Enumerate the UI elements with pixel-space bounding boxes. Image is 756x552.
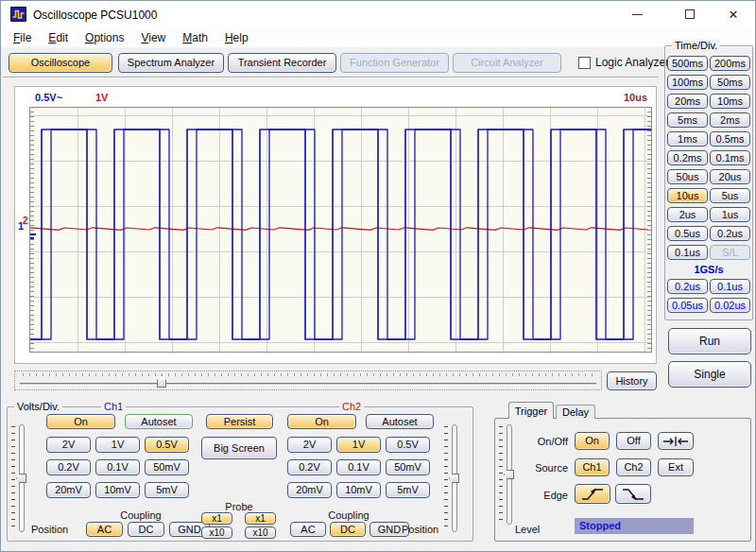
tab-transient-recorder[interactable]: Transient Recorder bbox=[228, 53, 336, 73]
ch1-volts-20mv[interactable]: 20mV bbox=[46, 482, 91, 498]
ch1-coupling-dc[interactable]: DC bbox=[128, 522, 164, 537]
menu-file[interactable]: File bbox=[5, 28, 40, 47]
ch2-coupling-ac[interactable]: AC bbox=[290, 522, 326, 537]
ch1-volts-10mv[interactable]: 10mV bbox=[95, 482, 140, 498]
tab-spectrum-analyzer[interactable]: Spectrum Analyzer bbox=[118, 53, 224, 73]
ch2-slider-thumb[interactable] bbox=[449, 474, 459, 483]
ch2-probe-x10[interactable]: x10 bbox=[245, 526, 276, 539]
ch2-volts-20mv[interactable]: 20mV bbox=[287, 482, 332, 498]
timediv-gs-0p1us[interactable]: 0.1us bbox=[710, 279, 750, 294]
tab-circuit-analyzer[interactable]: Circuit Analyzer bbox=[453, 53, 561, 73]
ch1-volts-0p2v[interactable]: 0.2V bbox=[46, 459, 91, 475]
tab-oscilloscope[interactable]: Oscilloscope bbox=[9, 53, 112, 73]
timediv-1us[interactable]: 1us bbox=[710, 207, 750, 222]
menu-view[interactable]: View bbox=[132, 28, 174, 47]
timediv-0p2ms[interactable]: 0.2ms bbox=[667, 150, 708, 165]
ch1-probe-x10[interactable]: x10 bbox=[201, 526, 232, 539]
timediv-0p2us[interactable]: 0.2us bbox=[710, 226, 750, 241]
ch2-marker: 2 bbox=[23, 216, 28, 226]
timediv-0p1ms[interactable]: 0.1ms bbox=[710, 150, 750, 165]
ch2-volts-50mv[interactable]: 50mV bbox=[386, 459, 430, 475]
trigger-sync-button[interactable] bbox=[658, 432, 694, 450]
timediv-1ms[interactable]: 1ms bbox=[667, 131, 708, 147]
timediv-gs-0p05us[interactable]: 0.05us bbox=[667, 298, 708, 313]
persist-button[interactable]: Persist bbox=[206, 414, 273, 429]
app-window: Oscilloscope PCSU1000 ✕ File Edit Option… bbox=[0, 0, 756, 552]
logic-analyzer-checkbox[interactable] bbox=[578, 57, 591, 69]
ch2-volts-0p2v[interactable]: 0.2V bbox=[287, 459, 332, 475]
ch2-volts-5mv[interactable]: 5mV bbox=[386, 482, 430, 498]
ch2-volts-2v[interactable]: 2V bbox=[287, 437, 332, 453]
menu-math[interactable]: Math bbox=[174, 28, 216, 47]
trigger-edge-rising-selected[interactable] bbox=[575, 484, 610, 504]
ch2-on-button[interactable]: On bbox=[287, 414, 356, 429]
timediv-10us-selected[interactable]: 10us bbox=[667, 188, 708, 203]
ch2-coupling-dc-selected[interactable]: DC bbox=[330, 522, 366, 537]
tab-delay[interactable]: Delay bbox=[556, 405, 595, 419]
history-button[interactable]: History bbox=[607, 371, 657, 390]
timediv-20us[interactable]: 20us bbox=[710, 169, 750, 184]
ch2-autoset-button[interactable]: Autoset bbox=[366, 414, 434, 429]
ch1-on-button[interactable]: On bbox=[46, 414, 115, 429]
ch1-volts-1v[interactable]: 1V bbox=[95, 437, 140, 453]
timediv-5ms[interactable]: 5ms bbox=[667, 112, 708, 128]
ch1-coupling-ac-selected[interactable]: AC bbox=[86, 522, 123, 537]
ch1-volts-50mv[interactable]: 50mV bbox=[145, 459, 189, 475]
trigger-source-ext[interactable]: Ext bbox=[658, 458, 694, 476]
single-button[interactable]: Single bbox=[668, 361, 751, 388]
slider-track[interactable] bbox=[20, 383, 596, 386]
run-button[interactable]: Run bbox=[668, 328, 751, 354]
timediv-10ms[interactable]: 10ms bbox=[710, 94, 750, 109]
ch1-position-slider[interactable] bbox=[10, 424, 29, 532]
ch2-position-label: Position bbox=[402, 524, 438, 536]
trigger-off-button[interactable]: Off bbox=[616, 432, 651, 450]
ch1-slider-ticks bbox=[11, 426, 15, 530]
timediv-2ms[interactable]: 2ms bbox=[710, 112, 750, 128]
ch2-volts-10mv[interactable]: 10mV bbox=[336, 482, 381, 498]
timediv-50ms[interactable]: 50ms bbox=[710, 75, 750, 90]
ch2-probe-x1-selected[interactable]: x1 bbox=[245, 512, 276, 525]
trigger-on-button[interactable]: On bbox=[575, 432, 610, 450]
menu-edit[interactable]: Edit bbox=[40, 28, 77, 47]
scope-waveform-svg bbox=[30, 108, 651, 352]
ch2-volts-0p5v[interactable]: 0.5V bbox=[386, 437, 430, 453]
window-title: Oscilloscope PCSU1000 bbox=[33, 9, 157, 22]
ch1-probe-x1-selected[interactable]: x1 bbox=[201, 512, 232, 525]
timediv-gs-0p02us[interactable]: 0.02us bbox=[710, 298, 750, 313]
timediv-50us[interactable]: 50us bbox=[667, 169, 708, 184]
timediv-5us[interactable]: 5us bbox=[710, 188, 750, 203]
horizontal-position-slider[interactable] bbox=[14, 371, 602, 390]
ch1-volts-2v[interactable]: 2V bbox=[46, 437, 91, 453]
timediv-0p1us[interactable]: 0.1us bbox=[667, 245, 708, 260]
timediv-200ms[interactable]: 200ms bbox=[710, 56, 750, 71]
maximize-button[interactable] bbox=[668, 1, 712, 27]
trigger-level-slider[interactable] bbox=[498, 424, 517, 525]
trigger-source-ch1-selected[interactable]: Ch1 bbox=[575, 458, 610, 476]
ch1-autoset-button[interactable]: Autoset bbox=[125, 414, 193, 429]
ch1-volts-5mv[interactable]: 5mV bbox=[145, 482, 189, 498]
trigger-slider-thumb[interactable] bbox=[504, 470, 514, 479]
ch1-volts-0p1v[interactable]: 0.1V bbox=[95, 459, 140, 475]
ch2-volts-0p1v[interactable]: 0.1V bbox=[336, 459, 381, 475]
menu-help[interactable]: Help bbox=[216, 28, 257, 47]
timediv-0p5ms[interactable]: 0.5ms bbox=[710, 131, 750, 147]
close-button[interactable]: ✕ bbox=[712, 1, 755, 27]
ch2-volts-1v-selected[interactable]: 1V bbox=[336, 437, 381, 453]
timediv-0p5us[interactable]: 0.5us bbox=[667, 226, 708, 241]
trigger-edge-falling[interactable] bbox=[615, 484, 651, 504]
ch2-position-slider[interactable] bbox=[443, 424, 462, 532]
tab-trigger[interactable]: Trigger bbox=[508, 402, 554, 419]
timediv-gs-0p2us[interactable]: 0.2us bbox=[667, 279, 708, 294]
timediv-20ms[interactable]: 20ms bbox=[667, 94, 708, 109]
menu-options[interactable]: Options bbox=[77, 28, 132, 47]
big-screen-button[interactable]: Big Screen bbox=[201, 437, 277, 459]
ch1-slider-thumb[interactable] bbox=[16, 474, 26, 483]
timediv-100ms[interactable]: 100ms bbox=[667, 75, 708, 90]
timediv-500ms[interactable]: 500ms bbox=[667, 56, 708, 71]
ch1-volts-0p5v-selected[interactable]: 0.5V bbox=[145, 437, 189, 453]
trigger-source-ch2[interactable]: Ch2 bbox=[616, 458, 651, 476]
tab-function-generator[interactable]: Function Generator bbox=[340, 53, 449, 73]
timediv-2us[interactable]: 2us bbox=[667, 207, 708, 222]
slider-thumb[interactable] bbox=[157, 375, 166, 388]
minimize-button[interactable] bbox=[615, 1, 659, 27]
